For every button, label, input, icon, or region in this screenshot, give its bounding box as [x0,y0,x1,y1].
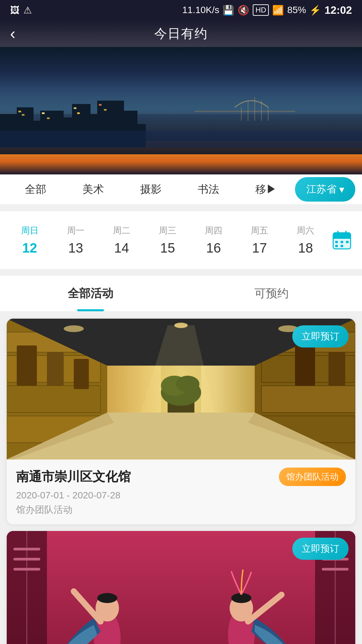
tab-bookable[interactable]: 可预约 [181,276,362,311]
day-thursday[interactable]: 周四 16 [191,221,237,259]
svg-point-54 [64,325,84,332]
svg-rect-16 [99,104,102,106]
svg-rect-17 [104,109,107,111]
status-right: 11.10K/s 💾 🔇 HD 📶 85% ⚡ 12:02 [182,4,352,16]
activity-card-1[interactable]: 立即预订 南通市崇川区文化馆 馆办团队活动 2020-07-01 - 2020-… [7,319,355,524]
card-image-2: 立即预订 [7,531,355,644]
mute-icon: 🔇 [238,5,249,16]
svg-rect-74 [322,568,349,571]
tab-all-label: 全部活动 [68,287,113,300]
svg-rect-12 [42,112,45,114]
svg-rect-50 [47,352,64,386]
day-monday[interactable]: 周一 13 [53,221,99,259]
svg-rect-32 [335,245,338,247]
card-tag-1: 馆办团队活动 [279,468,346,486]
book-badge-1[interactable]: 立即预订 [292,325,349,347]
status-bar: 🖼 ⚠ 11.10K/s 💾 🔇 HD 📶 85% ⚡ 12:02 [0,0,362,20]
card-type-1: 馆办团队活动 [16,503,346,516]
battery-text: 85% [287,5,306,15]
chevron-down-icon: ▾ [339,183,344,195]
card-header-1: 南通市崇川区文化馆 馆办团队活动 [16,468,346,486]
category-calligraphy[interactable]: 书法 [180,175,237,204]
svg-rect-10 [18,111,21,112]
province-selector[interactable]: 江苏省 ▾ [295,177,355,202]
svg-rect-62 [161,366,201,413]
day-num-3: 15 [146,240,189,256]
day-name-2: 周二 [100,225,143,236]
tabs-row: 全部活动 可预约 [0,276,362,312]
svg-rect-70 [13,558,40,560]
category-photo[interactable]: 摄影 [122,175,180,204]
card-title-1: 南通市崇川区文化馆 [16,468,131,485]
svg-rect-30 [341,241,343,243]
sd-icon: 💾 [223,5,234,16]
svg-rect-26 [333,236,351,239]
province-label: 江苏省 [306,182,337,196]
calendar-strip: 周日 12 周一 13 周二 14 周三 15 周四 16 周五 17 周六 1… [0,211,362,269]
day-name-0: 周日 [8,225,51,236]
svg-rect-49 [17,345,37,386]
svg-rect-69 [13,548,40,550]
back-button[interactable]: ‹ [10,25,15,42]
calendar-icon[interactable] [328,227,355,254]
activity-list: 立即预订 南通市崇川区文化馆 馆办团队活动 2020-07-01 - 2020-… [0,315,362,644]
header: ‹ 今日有约 [0,20,362,47]
svg-rect-14 [74,107,76,109]
svg-rect-33 [341,245,343,247]
category-art[interactable]: 美术 [64,175,122,204]
battery-icon: ⚡ [309,5,321,16]
day-name-5: 周五 [238,225,281,236]
svg-rect-52 [295,345,315,386]
signal-icon: 📶 [272,5,284,16]
tab-bookable-label: 可预约 [254,287,289,300]
card-image-1: 立即预订 [7,319,355,460]
hero-banner [0,47,362,174]
svg-point-78 [97,593,117,603]
svg-rect-51 [74,359,89,389]
day-num-1: 13 [54,240,97,256]
day-num-2: 14 [100,240,143,256]
day-name-3: 周三 [146,225,189,236]
book-badge-2[interactable]: 立即预订 [292,538,349,560]
status-time: 12:02 [324,4,352,16]
day-num-0: 12 [8,240,51,256]
day-num-5: 17 [238,240,281,256]
day-name-1: 周一 [54,225,97,236]
status-left: 🖼 ⚠ [10,5,32,16]
category-bar: 全部 美术 摄影 书法 移▶ 江苏省 ▾ [0,174,362,205]
day-name-4: 周四 [192,225,235,236]
day-num-4: 16 [192,240,235,256]
svg-rect-53 [328,352,345,386]
image-icon: 🖼 [10,5,19,16]
day-num-6: 18 [284,240,327,256]
hd-badge: HD [253,4,269,16]
svg-rect-38 [7,386,101,413]
day-tuesday[interactable]: 周二 14 [99,221,144,259]
svg-rect-13 [47,117,50,119]
svg-rect-11 [22,114,24,116]
category-more[interactable]: 移▶ [237,175,295,204]
card-info-1: 南通市崇川区文化馆 馆办团队活动 2020-07-01 - 2020-07-28… [7,460,355,524]
day-friday[interactable]: 周五 17 [237,221,283,259]
svg-rect-15 [77,112,80,114]
day-wednesday[interactable]: 周三 15 [144,221,190,259]
city-skyline [0,80,362,148]
day-saturday[interactable]: 周六 18 [283,221,328,259]
svg-rect-23 [0,131,362,148]
activity-card-2[interactable]: 立即预订 [7,531,355,644]
tab-all-activities[interactable]: 全部活动 [0,276,181,311]
speed-indicator: 11.10K/s [182,5,220,15]
page-title: 今日有约 [154,25,208,42]
day-name-6: 周六 [284,225,327,236]
warning-icon: ⚠ [23,5,32,16]
svg-rect-43 [261,386,355,413]
day-sunday[interactable]: 周日 12 [7,221,53,259]
svg-rect-29 [335,241,338,243]
category-all[interactable]: 全部 [7,175,64,204]
svg-rect-71 [13,568,40,571]
svg-rect-31 [346,241,349,243]
card-date-1: 2020-07-01 - 2020-07-28 [16,490,346,501]
